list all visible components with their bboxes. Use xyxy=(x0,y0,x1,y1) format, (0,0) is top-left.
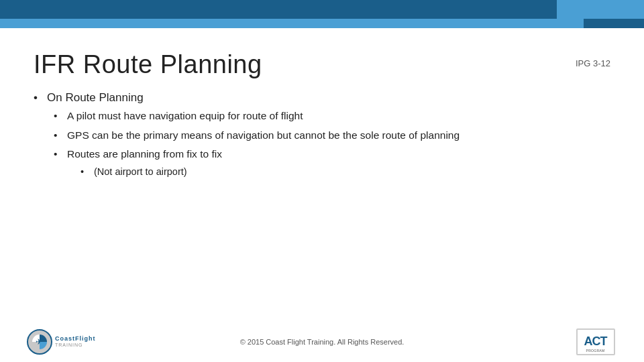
coast-flight-logo: ✈ CoastFlight TRAINING xyxy=(27,329,96,355)
main-bullet-list: On Route Planning A pilot must have navi… xyxy=(34,91,610,178)
sub-sub-bullet-item-1: (Not airport to airport) xyxy=(80,165,610,178)
footer-right-logo: ACT PROGRAM xyxy=(574,326,617,357)
act-logo-box: ACT PROGRAM xyxy=(576,328,615,355)
act-logo-text: ACT xyxy=(584,335,607,349)
svg-text:✈: ✈ xyxy=(36,337,42,347)
bullet-item-1: On Route Planning A pilot must have navi… xyxy=(34,91,610,178)
sub-sub-bullet-list: (Not airport to airport) xyxy=(80,165,610,178)
footer: ✈ CoastFlight TRAINING © 2015 Coast Flig… xyxy=(0,322,644,362)
sub-bullet-item-3-text: Routes are planning from fix to fix xyxy=(67,148,222,160)
title-row: IFR Route Planning IPG 3-12 xyxy=(34,50,610,79)
logo-subname: TRAINING xyxy=(55,343,96,348)
footer-left-logo: ✈ CoastFlight TRAINING xyxy=(27,328,87,355)
sub-sub-bullet-item-1-text: (Not airport to airport) xyxy=(94,166,187,177)
sub-bullet-item-1-text: A pilot must have navigation equip for r… xyxy=(67,110,303,121)
sub-bullet-list-1: A pilot must have navigation equip for r… xyxy=(54,109,610,178)
sub-bullet-item-2: GPS can be the primary means of navigati… xyxy=(54,128,610,143)
slide-content: IFR Route Planning IPG 3-12 On Route Pla… xyxy=(0,37,644,322)
sub-bullet-item-1: A pilot must have navigation equip for r… xyxy=(54,109,610,123)
header-bar-bottom-right xyxy=(584,19,644,28)
sub-bullet-item-2-text: GPS can be the primary means of navigati… xyxy=(67,129,460,141)
sub-bullet-item-3: Routes are planning from fix to fix (Not… xyxy=(54,147,610,178)
footer-copyright: © 2015 Coast Flight Training. All Rights… xyxy=(240,338,405,346)
header-bar-top xyxy=(0,0,557,19)
logo-name: CoastFlight xyxy=(55,336,96,343)
act-logo-sub: PROGRAM xyxy=(586,349,605,353)
header-bar-top-right xyxy=(557,0,644,19)
bullet-item-1-text: On Route Planning xyxy=(47,91,144,104)
ipg-badge: IPG 3-12 xyxy=(576,58,610,68)
header-bar-bottom xyxy=(0,19,584,28)
logo-circle: ✈ xyxy=(27,329,52,355)
logo-text-block: CoastFlight TRAINING xyxy=(55,336,96,348)
slide-title: IFR Route Planning xyxy=(34,50,262,79)
